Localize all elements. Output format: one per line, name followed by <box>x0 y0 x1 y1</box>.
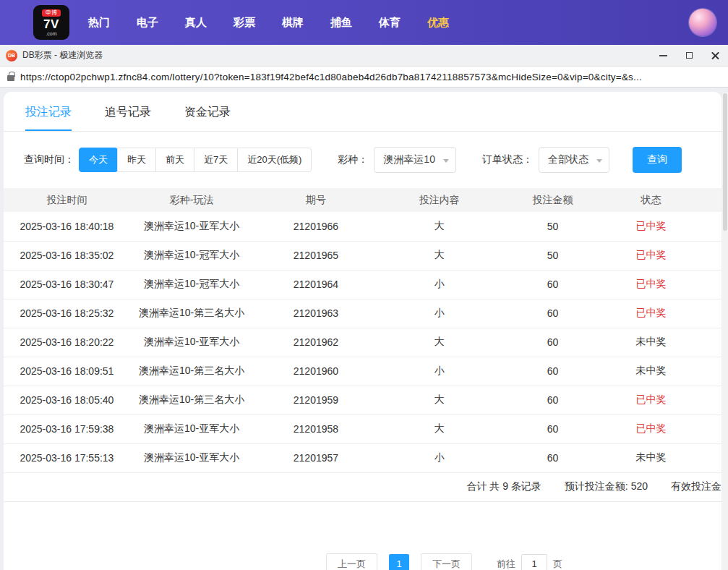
issue-cell: 21201960 <box>254 357 379 386</box>
issue-cell: 21201958 <box>254 414 379 443</box>
goto-page-input[interactable] <box>521 554 547 570</box>
filter-bar: 查询时间： 今天 昨天 前天 近7天 近20天(低频) 彩种： 澳洲幸运10 订… <box>4 132 721 188</box>
filter-today[interactable]: 今天 <box>79 148 118 172</box>
time-cell: 2025-03-16 17:59:38 <box>4 414 130 443</box>
content-cell: 小 <box>378 299 500 328</box>
goto-suffix: 页 <box>553 558 562 570</box>
column-header-game: 彩种-玩法 <box>130 188 254 212</box>
goto-label: 前往 <box>497 558 515 570</box>
browser-titlebar: DB DB彩票 - 极速浏览器 <box>0 45 728 67</box>
browser-addressbar[interactable]: https://ctop02pchwp1.zfnc84.com/lottery/… <box>0 67 728 88</box>
nav-item-board-games[interactable]: 棋牌 <box>282 16 304 30</box>
amount-cell: 50 <box>500 241 605 270</box>
filter-last-20d[interactable]: 近20天(低频) <box>237 148 312 172</box>
time-cell: 2025-03-16 18:35:02 <box>4 241 130 270</box>
nav-item-live[interactable]: 真人 <box>185 16 207 30</box>
logo-domain: .com <box>46 31 56 36</box>
table-row: 2025-03-16 18:35:02 澳洲幸运10-冠军大小 21201965… <box>4 241 721 270</box>
amount-cell: 50 <box>500 212 605 241</box>
scrollbar-thumb[interactable] <box>723 93 727 231</box>
status-cell: 已中奖 <box>605 299 721 328</box>
next-page-button[interactable]: 下一页 <box>421 553 472 570</box>
chevron-down-icon <box>443 159 449 163</box>
nav-item-lottery[interactable]: 彩票 <box>234 16 255 30</box>
column-header-time: 投注时间 <box>4 188 130 212</box>
amount-cell: 60 <box>500 443 605 472</box>
prev-page-button[interactable]: 上一页 <box>326 553 377 570</box>
game-cell: 澳洲幸运10-亚军大小 <box>130 328 254 357</box>
user-avatar[interactable] <box>689 9 716 36</box>
nav-item-fishing[interactable]: 捕鱼 <box>330 16 352 30</box>
time-cell: 2025-03-16 18:40:18 <box>4 212 130 241</box>
status-cell: 已中奖 <box>605 212 721 241</box>
content-cell: 大 <box>378 212 500 241</box>
site-logo[interactable]: 申博 7V .com <box>33 5 69 40</box>
filter-last-7d[interactable]: 近7天 <box>194 148 238 172</box>
content-cell: 大 <box>378 241 500 270</box>
issue-cell: 21201965 <box>254 241 379 270</box>
status-cell: 未中奖 <box>605 357 721 386</box>
game-cell: 澳洲幸运10-第三名大小 <box>130 357 254 386</box>
current-page-button[interactable]: 1 <box>389 554 409 570</box>
logo-text: 7V <box>43 18 59 30</box>
content-cell: 大 <box>378 386 500 414</box>
status-cell: 已中奖 <box>605 386 721 414</box>
tab-chase-records[interactable]: 追号记录 <box>105 105 151 131</box>
issue-cell: 21201966 <box>254 212 379 241</box>
column-header-amount: 投注金额 <box>500 188 605 212</box>
browser-favicon-icon: DB <box>6 50 17 61</box>
screen: 申博 7V .com 热门 电子 真人 彩票 棋牌 捕鱼 体育 优惠 DB DB… <box>0 0 728 570</box>
column-header-content: 投注内容 <box>378 188 500 212</box>
table-row: 2025-03-16 18:30:47 澳洲幸运10-冠军大小 21201964… <box>4 270 721 299</box>
amount-cell: 60 <box>500 328 605 357</box>
status-cell: 未中奖 <box>605 328 721 357</box>
table-row: 2025-03-16 18:40:18 澳洲幸运10-亚军大小 21201966… <box>4 212 721 241</box>
issue-cell: 21201964 <box>254 270 379 299</box>
maximize-icon <box>686 52 693 59</box>
tab-bet-records[interactable]: 投注记录 <box>25 105 72 131</box>
time-cell: 2025-03-16 18:09:51 <box>4 357 130 386</box>
issue-cell: 21201962 <box>254 328 379 357</box>
filter-yesterday[interactable]: 昨天 <box>117 148 156 172</box>
search-button[interactable]: 查询 <box>633 147 682 173</box>
content-cell: 小 <box>378 443 500 472</box>
table-row: 2025-03-16 18:05:40 澳洲幸运10-第三名大小 2120195… <box>4 386 721 414</box>
pagination: 上一页 1 下一页 前往 页 <box>4 553 721 570</box>
game-cell: 澳洲幸运10-亚军大小 <box>130 443 254 472</box>
time-cell: 2025-03-16 17:55:13 <box>4 443 130 472</box>
amount-cell: 60 <box>500 299 605 328</box>
status-cell: 已中奖 <box>605 414 721 443</box>
url-text: https://ctop02pchwp1.zfnc84.com/lottery/… <box>20 72 642 82</box>
lottery-select[interactable]: 澳洲幸运10 <box>374 147 456 173</box>
issue-cell: 21201957 <box>254 443 379 472</box>
window-title: DB彩票 - 极速浏览器 <box>22 49 103 61</box>
status-cell: 已中奖 <box>605 270 721 299</box>
nav-item-hot[interactable]: 热门 <box>88 16 110 30</box>
scrollbar[interactable] <box>722 92 728 570</box>
close-icon <box>711 51 720 60</box>
status-cell: 已中奖 <box>605 241 721 270</box>
game-cell: 澳洲幸运10-亚军大小 <box>130 414 254 443</box>
nav-item-sports[interactable]: 体育 <box>379 16 401 30</box>
page-content: 投注记录 追号记录 资金记录 查询时间： 今天 昨天 前天 近7天 近20天(低… <box>0 88 728 570</box>
time-filter-group: 今天 昨天 前天 近7天 近20天(低频) <box>79 148 312 172</box>
maximize-button[interactable] <box>676 45 702 66</box>
chevron-down-icon <box>596 159 602 163</box>
tab-fund-records[interactable]: 资金记录 <box>184 105 231 131</box>
game-cell: 澳洲幸运10-冠军大小 <box>130 270 254 299</box>
summary-valid: 有效投注金额 <box>671 480 721 493</box>
amount-cell: 60 <box>500 386 605 414</box>
table-row: 2025-03-16 18:20:22 澳洲幸运10-亚军大小 21201962… <box>4 328 721 357</box>
lottery-select-value: 澳洲幸运10 <box>383 153 435 166</box>
nav-item-promos[interactable]: 优惠 <box>427 16 449 30</box>
filter-day-before[interactable]: 前天 <box>155 148 194 172</box>
nav-item-slots[interactable]: 电子 <box>137 16 158 30</box>
minimize-button[interactable] <box>650 45 676 66</box>
amount-cell: 60 <box>500 270 605 299</box>
time-filter-label: 查询时间： <box>24 153 74 166</box>
order-status-select[interactable]: 全部状态 <box>539 147 609 173</box>
close-button[interactable] <box>702 45 728 66</box>
time-cell: 2025-03-16 18:20:22 <box>4 328 130 357</box>
summary-total: 合计 共 9 条记录 <box>466 480 541 493</box>
column-header-status: 状态 <box>605 188 721 212</box>
